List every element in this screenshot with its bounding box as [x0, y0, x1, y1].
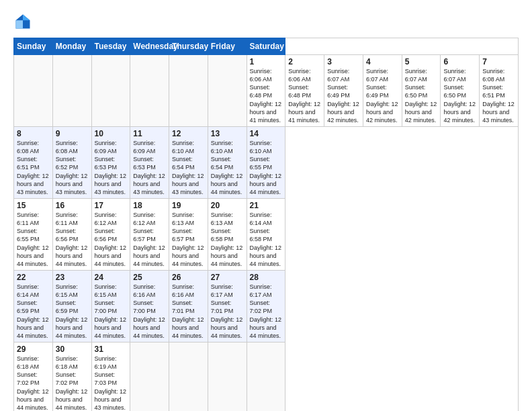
- day-sunrise: Sunrise: 6:08 AM: [17, 140, 39, 154]
- day-number: 24: [95, 273, 128, 282]
- calendar-cell: 5 Sunrise: 6:07 AM Sunset: 6:50 PM Dayli…: [402, 55, 441, 127]
- svg-marker-2: [16, 20, 24, 28]
- calendar-cell: [14, 55, 53, 127]
- calendar-cell: 21 Sunrise: 6:14 AM Sunset: 6:58 PM Dayl…: [247, 198, 285, 270]
- day-sunset: Sunset: 6:56 PM: [56, 228, 79, 242]
- header: [13, 12, 519, 31]
- day-number: 10: [95, 129, 128, 138]
- day-daylight: Daylight: 12 hours and 44 minutes.: [211, 244, 243, 267]
- calendar-cell: 11 Sunrise: 6:09 AM Sunset: 6:53 PM Dayl…: [130, 126, 169, 198]
- day-sunrise: Sunrise: 6:06 AM: [250, 68, 272, 83]
- day-daylight: Daylight: 12 hours and 41 minutes.: [250, 101, 282, 124]
- calendar-cell: 13 Sunrise: 6:10 AM Sunset: 6:54 PM Dayl…: [208, 126, 247, 198]
- day-daylight: Daylight: 12 hours and 44 minutes.: [250, 316, 282, 339]
- calendar-cell: 4 Sunrise: 6:07 AM Sunset: 6:49 PM Dayli…: [363, 55, 402, 127]
- calendar-cell: 12 Sunrise: 6:10 AM Sunset: 6:54 PM Dayl…: [169, 126, 208, 198]
- calendar-cell: 25 Sunrise: 6:16 AM Sunset: 7:00 PM Dayl…: [130, 270, 169, 342]
- day-sunset: Sunset: 7:02 PM: [56, 371, 79, 386]
- day-daylight: Daylight: 12 hours and 43 minutes.: [95, 388, 127, 411]
- calendar-cell: 27 Sunrise: 6:17 AM Sunset: 7:01 PM Dayl…: [208, 270, 247, 342]
- day-daylight: Daylight: 12 hours and 44 minutes.: [211, 316, 243, 339]
- day-daylight: Daylight: 12 hours and 44 minutes.: [17, 388, 49, 411]
- calendar-cell: [130, 55, 169, 127]
- day-daylight: Daylight: 12 hours and 44 minutes.: [133, 244, 165, 267]
- day-number: 27: [211, 273, 244, 282]
- calendar-cell: [130, 342, 169, 411]
- calendar-cell: 1 Sunrise: 6:06 AM Sunset: 6:48 PM Dayli…: [247, 55, 285, 127]
- day-sunset: Sunset: 6:50 PM: [443, 84, 466, 99]
- day-sunrise: Sunrise: 6:17 AM: [211, 283, 233, 298]
- day-number: 19: [172, 201, 205, 210]
- day-sunrise: Sunrise: 6:14 AM: [250, 212, 272, 226]
- day-daylight: Daylight: 12 hours and 42 minutes.: [366, 101, 398, 124]
- day-number: 31: [95, 345, 128, 354]
- calendar-cell: 23 Sunrise: 6:15 AM Sunset: 6:59 PM Dayl…: [52, 270, 91, 342]
- day-sunset: Sunset: 6:53 PM: [95, 156, 118, 171]
- day-sunset: Sunset: 7:01 PM: [172, 300, 195, 314]
- day-daylight: Daylight: 12 hours and 44 minutes.: [172, 316, 204, 339]
- day-sunrise: Sunrise: 6:09 AM: [95, 140, 117, 154]
- day-sunrise: Sunrise: 6:10 AM: [172, 140, 194, 154]
- day-sunset: Sunset: 6:54 PM: [211, 156, 234, 171]
- day-sunset: Sunset: 6:57 PM: [133, 228, 156, 242]
- day-sunrise: Sunrise: 6:18 AM: [17, 355, 39, 370]
- day-sunset: Sunset: 6:53 PM: [133, 156, 156, 171]
- day-sunset: Sunset: 7:03 PM: [95, 371, 118, 386]
- calendar-cell: 29 Sunrise: 6:18 AM Sunset: 7:02 PM Dayl…: [14, 342, 53, 411]
- calendar-cell: 6 Sunrise: 6:07 AM Sunset: 6:50 PM Dayli…: [441, 55, 480, 127]
- calendar-cell: 10 Sunrise: 6:09 AM Sunset: 6:53 PM Dayl…: [91, 126, 130, 198]
- day-sunrise: Sunrise: 6:18 AM: [56, 355, 78, 370]
- day-sunrise: Sunrise: 6:15 AM: [56, 283, 78, 298]
- calendar-week-1: 1 Sunrise: 6:06 AM Sunset: 6:48 PM Dayli…: [14, 55, 519, 127]
- day-sunrise: Sunrise: 6:11 AM: [56, 212, 78, 226]
- day-daylight: Daylight: 12 hours and 43 minutes.: [95, 173, 127, 195]
- calendar-cell: 18 Sunrise: 6:12 AM Sunset: 6:57 PM Dayl…: [130, 198, 169, 270]
- day-number: 25: [133, 273, 166, 282]
- day-sunset: Sunset: 6:54 PM: [172, 156, 195, 171]
- calendar-cell: 31 Sunrise: 6:19 AM Sunset: 7:03 PM Dayl…: [91, 342, 130, 411]
- day-number: 15: [17, 201, 50, 210]
- day-daylight: Daylight: 12 hours and 44 minutes.: [95, 316, 127, 339]
- calendar-cell: 20 Sunrise: 6:13 AM Sunset: 6:58 PM Dayl…: [208, 198, 247, 270]
- day-sunset: Sunset: 6:57 PM: [172, 228, 195, 242]
- day-sunrise: Sunrise: 6:06 AM: [288, 68, 310, 83]
- day-sunrise: Sunrise: 6:11 AM: [17, 212, 39, 226]
- day-daylight: Daylight: 12 hours and 44 minutes.: [250, 173, 282, 195]
- calendar-week-5: 29 Sunrise: 6:18 AM Sunset: 7:02 PM Dayl…: [14, 342, 519, 411]
- day-sunrise: Sunrise: 6:07 AM: [366, 68, 388, 83]
- svg-marker-1: [23, 15, 30, 21]
- day-sunrise: Sunrise: 6:16 AM: [133, 283, 155, 298]
- day-sunset: Sunset: 6:51 PM: [17, 156, 40, 171]
- calendar-table: SundayMondayTuesdayWednesdayThursdayFrid…: [13, 38, 519, 411]
- day-number: 26: [172, 273, 205, 282]
- column-header-thursday: Thursday: [169, 38, 208, 55]
- day-number: 17: [95, 201, 128, 210]
- day-daylight: Daylight: 12 hours and 42 minutes.: [405, 101, 437, 124]
- day-sunset: Sunset: 6:55 PM: [250, 156, 273, 171]
- day-sunrise: Sunrise: 6:15 AM: [95, 283, 117, 298]
- calendar-cell: [91, 55, 130, 127]
- day-number: 16: [56, 201, 89, 210]
- day-number: 11: [133, 129, 166, 138]
- page: SundayMondayTuesdayWednesdayThursdayFrid…: [0, 0, 532, 411]
- day-sunrise: Sunrise: 6:10 AM: [250, 140, 272, 154]
- calendar-cell: 7 Sunrise: 6:08 AM Sunset: 6:51 PM Dayli…: [480, 55, 519, 127]
- day-daylight: Daylight: 12 hours and 41 minutes.: [288, 101, 320, 124]
- day-number: 20: [211, 201, 244, 210]
- day-sunset: Sunset: 6:59 PM: [56, 300, 79, 314]
- calendar-cell: [247, 342, 285, 411]
- column-header-monday: Monday: [52, 38, 91, 55]
- calendar-cell: 16 Sunrise: 6:11 AM Sunset: 6:56 PM Dayl…: [52, 198, 91, 270]
- day-sunset: Sunset: 6:48 PM: [288, 84, 311, 99]
- calendar-cell: 2 Sunrise: 6:06 AM Sunset: 6:48 PM Dayli…: [285, 55, 324, 127]
- day-number: 14: [250, 129, 283, 138]
- column-header-saturday: Saturday: [247, 38, 285, 55]
- day-daylight: Daylight: 12 hours and 44 minutes.: [17, 244, 49, 267]
- calendar-cell: 17 Sunrise: 6:12 AM Sunset: 6:56 PM Dayl…: [91, 198, 130, 270]
- day-daylight: Daylight: 12 hours and 44 minutes.: [56, 244, 88, 267]
- day-sunrise: Sunrise: 6:14 AM: [17, 283, 39, 298]
- day-sunset: Sunset: 7:00 PM: [133, 300, 156, 314]
- day-number: 6: [443, 57, 476, 66]
- day-daylight: Daylight: 12 hours and 44 minutes.: [172, 244, 204, 267]
- day-sunrise: Sunrise: 6:07 AM: [443, 68, 466, 83]
